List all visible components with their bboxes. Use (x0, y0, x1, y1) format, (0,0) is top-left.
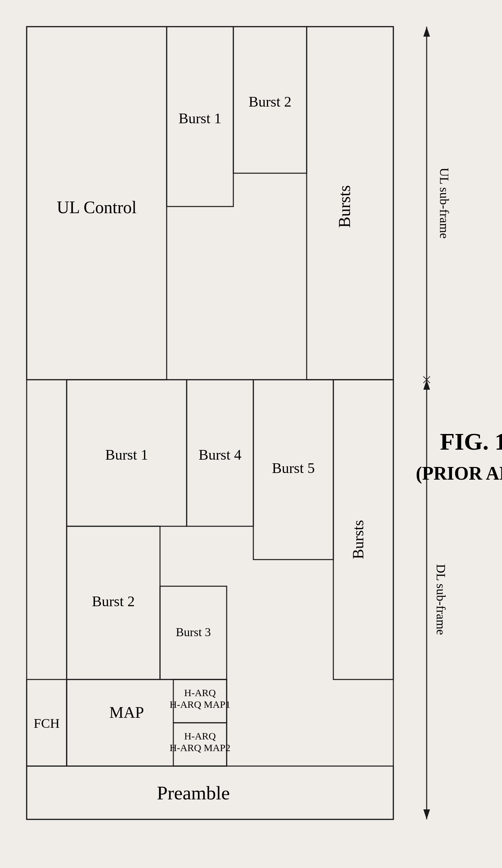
harq-map2-label: H-ARQ (184, 731, 216, 742)
ul-subframe-text: UL sub-frame (437, 168, 451, 239)
svg-marker-22 (423, 380, 430, 390)
fch-label: FCH (34, 716, 60, 731)
svg-marker-25 (423, 27, 430, 37)
fig-title: FIG. 1 (440, 428, 502, 455)
dl-burst1-label: Burst 1 (106, 447, 148, 463)
ul-control-label: UL Control (57, 198, 136, 217)
dl-bursts-label: Bursts (350, 520, 367, 559)
dl-burst4-label: Burst 4 (199, 447, 241, 463)
diagram-svg: Preamble FCH MAP H-ARQ H-ARQ MAP1 H-ARQ … (0, 0, 502, 868)
ul-burst1-label: Burst 1 (179, 110, 221, 126)
harq-map1-label: H-ARQ (184, 687, 216, 698)
fig-subtitle: (PRIOR ART) (416, 463, 502, 484)
map-label: MAP (109, 703, 144, 721)
ul-burst2-label: Burst 2 (249, 94, 291, 110)
ul-bursts-label: Bursts (335, 185, 354, 228)
preamble-label: Preamble (157, 782, 230, 804)
svg-text:H-ARQ
MAP1: H-ARQ MAP1 (170, 699, 231, 710)
dl-subframe-text: DL sub-frame (434, 564, 448, 635)
svg-marker-23 (423, 809, 430, 819)
dl-burst2-label: Burst 2 (92, 593, 135, 610)
dl-burst3-label: Burst 3 (176, 626, 211, 639)
page-container: Preamble FCH MAP H-ARQ H-ARQ MAP1 H-ARQ … (0, 0, 502, 868)
svg-text:H-ARQ
MAP2: H-ARQ MAP2 (170, 742, 231, 753)
dl-burst5-label: Burst 5 (272, 460, 315, 476)
